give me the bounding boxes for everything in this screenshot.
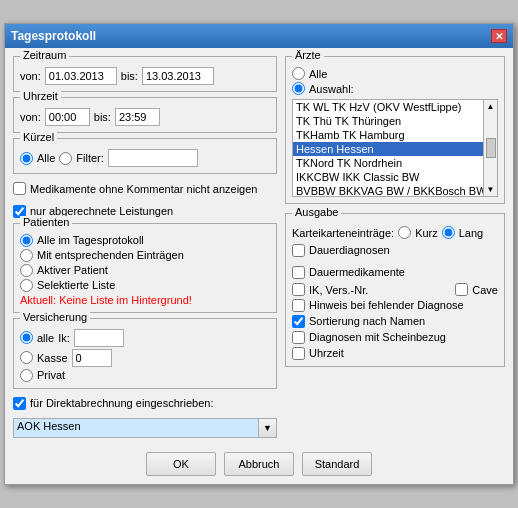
versicherung-ik-label: Ik: (58, 332, 70, 344)
right-column: Ärzte Alle Auswahl: TK WL TK HzV (OKV We… (285, 56, 505, 437)
uhrzeit-bis-input[interactable] (115, 108, 160, 126)
list-item[interactable]: BVBBW BKKVAG BW / BKKBosch BW (293, 184, 483, 196)
kuerzel-group: Kürzel Alle Filter: (13, 138, 277, 174)
ok-button[interactable]: OK (146, 452, 216, 476)
zeitraum-bis-input[interactable] (142, 67, 214, 85)
ik-versnr-label: IK, Vers.-Nr. (309, 284, 368, 296)
versicherung-kasse-label: Kasse (37, 352, 68, 364)
sortierung-label: Sortierung nach Namen (309, 315, 425, 327)
kuerzel-alle-label: Alle (37, 152, 55, 164)
buttons-row: OK Abbruch Standard (5, 446, 513, 484)
listbox-scrollbar[interactable]: ▲ ▼ (483, 100, 497, 196)
ik-cave-row: IK, Vers.-Nr. Cave (292, 283, 498, 296)
dauermedikamente-row: Dauermedikamente (292, 266, 498, 279)
aerzte-alle-label: Alle (309, 68, 327, 80)
versicherung-ik-input[interactable] (74, 329, 124, 347)
karteikarten-lang-radio[interactable] (442, 226, 455, 239)
patienten-alle-radio[interactable] (20, 234, 33, 247)
direktabrechnung-label: für Direktabrechnung eingeschrieben: (30, 397, 213, 409)
left-column: Zeitraum von: bis: Uhrzeit von: bis: (13, 56, 277, 437)
ausgabe-label: Ausgabe (292, 206, 341, 218)
diagnosen-row: Diagnosen mit Scheinbezug (292, 331, 498, 344)
kuerzel-filter-input[interactable] (108, 149, 198, 167)
uhrzeit-bis-label: bis: (94, 111, 111, 123)
karteikarten-label: Karteikarteneinträge: (292, 227, 394, 239)
versicherung-alle-label: alle (37, 332, 54, 344)
diagnosen-checkbox[interactable] (292, 331, 305, 344)
aerzte-auswahl-radio[interactable] (292, 82, 305, 95)
kuerzel-alle-radio[interactable] (20, 152, 33, 165)
bis-label: bis: (121, 70, 138, 82)
versicherung-label: Versicherung (20, 311, 90, 323)
close-button[interactable]: ✕ (491, 29, 507, 43)
list-item-selected[interactable]: Hessen Hessen (293, 142, 483, 156)
aerzte-alle-radio[interactable] (292, 67, 305, 80)
kuerzel-label: Kürzel (20, 131, 57, 143)
uhrzeit-group: Uhrzeit von: bis: (13, 97, 277, 133)
abbruch-button[interactable]: Abbruch (224, 452, 294, 476)
standard-button[interactable]: Standard (302, 452, 372, 476)
zeitraum-label: Zeitraum (20, 49, 69, 61)
patienten-aktuell-text: Aktuell: Keine Liste im Hintergrund! (20, 294, 270, 306)
aerzte-label: Ärzte (292, 49, 324, 61)
uhrzeit-von-label: von: (20, 111, 41, 123)
sortierung-row: Sortierung nach Namen (292, 315, 498, 328)
scroll-thumb[interactable] (486, 138, 496, 158)
dauermedikamente-label: Dauermedikamente (309, 266, 405, 278)
karteikarten-kurz-radio[interactable] (398, 226, 411, 239)
hinweis-row: Hinweis bei fehlender Diagnose (292, 299, 498, 312)
versicherung-alle-radio[interactable] (20, 331, 33, 344)
medikamente-checkbox[interactable] (13, 182, 26, 195)
von-label: von: (20, 70, 41, 82)
uhrzeit-von-input[interactable] (45, 108, 90, 126)
dauerdiagnosen-label: Dauerdiagnosen (309, 244, 390, 256)
scroll-down-icon[interactable]: ▼ (487, 185, 495, 196)
medikamente-row: Medikamente ohne Kommentar nicht anzeige… (13, 182, 277, 196)
main-window: Tagesprotokoll ✕ Zeitraum von: bis: Uhrz… (4, 23, 514, 484)
patienten-eintraege-radio[interactable] (20, 249, 33, 262)
patienten-liste-radio[interactable] (20, 279, 33, 292)
karteikarten-kurz-label: Kurz (415, 227, 438, 239)
uhrzeit-ausgabe-checkbox[interactable] (292, 347, 305, 360)
list-item[interactable]: TKHamb TK Hamburg (293, 128, 483, 142)
kuerzel-filter-radio[interactable] (59, 152, 72, 165)
list-item[interactable]: TKNord TK Nordrhein (293, 156, 483, 170)
patienten-aktiver-radio[interactable] (20, 264, 33, 277)
hinweis-checkbox[interactable] (292, 299, 305, 312)
uhrzeit-ausgabe-label: Uhrzeit (309, 347, 344, 359)
versicherung-group: Versicherung alle Ik: Kasse Privat (13, 318, 277, 389)
cave-checkbox[interactable] (455, 283, 468, 296)
aerzte-listbox[interactable]: TK WL TK HzV (OKV WestfLippe) TK Thü TK … (293, 100, 483, 196)
kuerzel-filter-label: Filter: (76, 152, 104, 164)
list-item[interactable]: IKKCBW IKK Classic BW (293, 170, 483, 184)
zeitraum-von-input[interactable] (45, 67, 117, 85)
versicherung-kasse-radio[interactable] (20, 351, 33, 364)
karteikarten-lang-label: Lang (459, 227, 483, 239)
hinweis-label: Hinweis bei fehlender Diagnose (309, 299, 464, 311)
versicherung-privat-radio[interactable] (20, 369, 33, 382)
patienten-aktiver-label: Aktiver Patient (37, 264, 108, 276)
dauerdiagnosen-checkbox[interactable] (292, 244, 305, 257)
patienten-eintraege-label: Mit entsprechenden Einträgen (37, 249, 184, 261)
window-title: Tagesprotokoll (11, 29, 96, 43)
direktabrechnung-row: für Direktabrechnung eingeschrieben: (13, 397, 277, 410)
direktabrechnung-value: AOK Hessen (14, 419, 258, 437)
main-content: Zeitraum von: bis: Uhrzeit von: bis: (5, 48, 513, 445)
ik-versnr-checkbox[interactable] (292, 283, 305, 296)
list-item[interactable]: TK Thü TK Thüringen (293, 114, 483, 128)
sortierung-checkbox[interactable] (292, 315, 305, 328)
versicherung-kasse-input[interactable] (72, 349, 112, 367)
aerzte-group: Ärzte Alle Auswahl: TK WL TK HzV (OKV We… (285, 56, 505, 204)
uhrzeit-ausgabe-row: Uhrzeit (292, 347, 498, 360)
aerzte-listbox-wrapper: TK WL TK HzV (OKV WestfLippe) TK Thü TK … (292, 99, 498, 197)
patienten-group: Patienten Alle im Tagesprotokoll Mit ent… (13, 223, 277, 313)
dropdown-arrow-icon[interactable]: ▼ (258, 419, 276, 437)
medikamente-label: Medikamente ohne Kommentar nicht anzeige… (30, 182, 257, 196)
scroll-up-icon[interactable]: ▲ (487, 100, 495, 111)
list-item[interactable]: TK WL TK HzV (OKV WestfLippe) (293, 100, 483, 114)
dauermedikamente-checkbox[interactable] (292, 266, 305, 279)
patienten-alle-label: Alle im Tagesprotokoll (37, 234, 144, 246)
titlebar: Tagesprotokoll ✕ (5, 24, 513, 48)
direktabrechnung-checkbox[interactable] (13, 397, 26, 410)
direktabrechnung-dropdown[interactable]: AOK Hessen ▼ (13, 418, 277, 438)
